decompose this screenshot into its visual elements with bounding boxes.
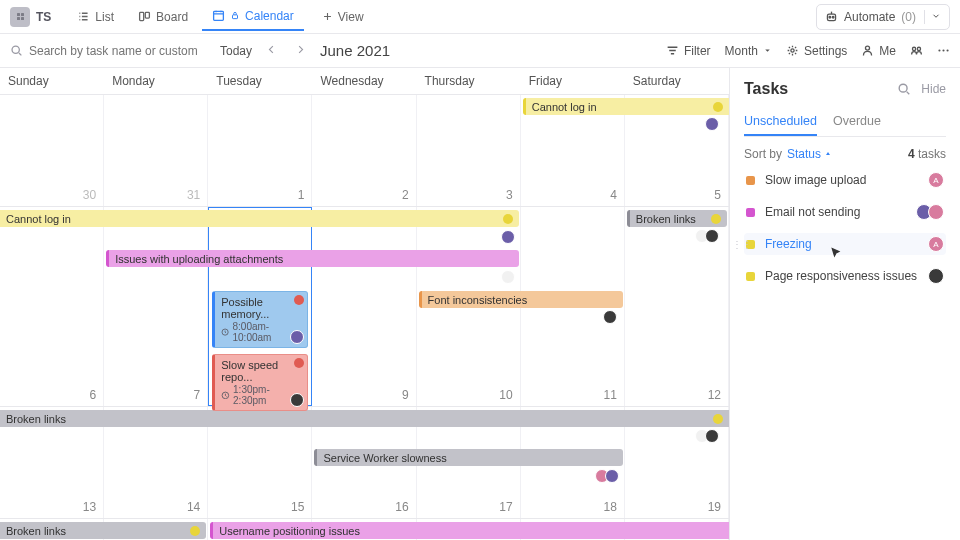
event-bar[interactable]: Font inconsistencies [419,291,623,308]
toolbar: Today June 2021 Filter Month Settings Me [0,34,960,68]
view-tabs: List Board Calendar [67,3,303,31]
event-bar[interactable]: Broken links [0,522,206,539]
dayheader-wed: Wednesday [312,68,416,94]
avatar [290,393,304,407]
task-row[interactable]: Page responsiveness issues [744,265,946,287]
day-num[interactable]: 7 [104,384,208,406]
automate-button[interactable]: Automate (0) [816,4,950,30]
svg-point-5 [829,17,831,19]
me-button[interactable]: Me [861,44,896,58]
filter-button[interactable]: Filter [666,44,711,58]
day-num[interactable]: 30 [0,184,104,206]
day-num[interactable]: 12 [625,384,729,406]
chevron-down-icon [924,10,941,24]
more-button[interactable] [937,44,950,57]
grip-icon[interactable]: ⋮⋮ [732,239,752,250]
task-name: Page responsiveness issues [765,269,922,283]
svg-point-7 [12,46,19,53]
workspace-icon[interactable] [10,7,30,27]
task-name: Slow image upload [765,173,922,187]
task-list: Slow image upload A Email not sending ⋮⋮… [744,169,946,287]
day-num[interactable]: 10 [417,384,521,406]
event-bar[interactable]: Service Worker slowness [314,449,622,466]
event-card[interactable]: Slow speed repo... 1:30pm-2:30pm [212,354,308,411]
board-icon [138,10,151,23]
event-bar[interactable]: Issues with uploading attachments [106,250,519,267]
event-bar[interactable]: Broken links [0,410,729,427]
day-num[interactable]: 3 [417,184,521,206]
workspace-name[interactable]: TS [36,10,51,24]
svg-point-9 [866,46,870,50]
day-num[interactable]: 14 [104,496,208,518]
panel-title: Tasks [744,80,788,98]
calendar-grid: Sunday Monday Tuesday Wednesday Thursday… [0,68,730,540]
prev-month-button[interactable] [262,40,281,62]
day-num[interactable]: 11 [521,384,625,406]
tab-overdue[interactable]: Overdue [833,108,881,136]
svg-rect-3 [233,15,238,19]
month-label: June 2021 [320,42,390,59]
tab-board[interactable]: Board [128,3,198,31]
search-input[interactable] [29,44,199,58]
clock-icon [221,391,230,400]
status-dot [294,295,304,305]
search-icon [10,44,23,57]
tab-list[interactable]: List [67,3,124,31]
settings-button[interactable]: Settings [786,44,847,58]
event-bar[interactable]: Username positioning issues [210,522,729,539]
tab-calendar[interactable]: Calendar [202,3,304,31]
task-row[interactable]: ⋮⋮ Freezing A [744,233,946,255]
event-bar[interactable]: Cannot log in [523,98,729,115]
people-button[interactable] [910,44,923,57]
avatar [290,330,304,344]
day-num[interactable]: 17 [417,496,521,518]
day-num[interactable]: 1 [208,184,312,206]
month-dropdown[interactable]: Month [725,44,772,58]
day-num[interactable]: 4 [521,184,625,206]
day-num[interactable]: 6 [0,384,104,406]
svg-point-12 [938,49,940,51]
tab-list-label: List [95,10,114,24]
event-title: Broken links [6,525,190,537]
gear-icon [786,44,799,57]
day-num[interactable]: 16 [312,496,416,518]
task-row[interactable]: Email not sending [744,201,946,223]
day-num[interactable]: 5 [625,184,729,206]
lock-icon [230,9,240,22]
panel-tabs: Unscheduled Overdue [744,108,946,137]
cursor-icon [830,247,842,259]
day-num[interactable]: 9 [312,384,416,406]
filter-icon [666,44,679,57]
side-panel: Tasks Hide Unscheduled Overdue Sort by S… [730,68,960,540]
next-month-button[interactable] [291,40,310,62]
day-headers: Sunday Monday Tuesday Wednesday Thursday… [0,68,729,95]
task-row[interactable]: Slow image upload A [744,169,946,191]
day-num[interactable]: 19 [625,496,729,518]
event-bar[interactable]: Broken links [627,210,727,227]
status-dot [713,102,723,112]
day-num[interactable]: 13 [0,496,104,518]
tab-unscheduled[interactable]: Unscheduled [744,108,817,136]
more-icon [937,44,950,57]
status-dot [190,526,200,536]
svg-point-17 [900,84,908,92]
event-title: Service Worker slowness [323,452,616,464]
day-num[interactable]: 18 [521,496,625,518]
robot-icon [825,10,838,23]
status-dot [711,214,721,224]
search-input-wrap[interactable] [10,44,210,58]
today-button[interactable]: Today [220,44,252,58]
hide-button[interactable]: Hide [921,82,946,96]
event-bar[interactable]: Cannot log in [0,210,519,227]
task-name: Email not sending [765,205,910,219]
task-count: 4 tasks [908,147,946,161]
event-title: Possible memory... [221,296,269,320]
search-icon[interactable] [897,82,911,96]
event-card[interactable]: Possible memory... 8:00am-10:00am [212,291,308,348]
day-num[interactable]: 31 [104,184,208,206]
sort-control[interactable]: Sort by Status [744,147,832,161]
status-dot [503,214,513,224]
day-num[interactable]: 15 [208,496,312,518]
add-view-button[interactable]: View [312,4,374,30]
day-num[interactable]: 2 [312,184,416,206]
